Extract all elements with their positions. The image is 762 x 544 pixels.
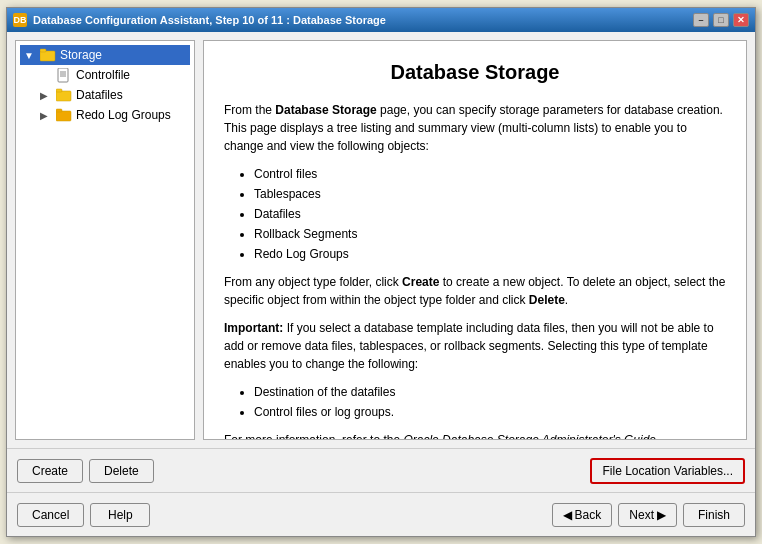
file-location-area: File Location Variables... <box>154 458 745 484</box>
folder-icon-datafiles <box>56 87 72 103</box>
svg-rect-9 <box>56 109 62 112</box>
finish-button[interactable]: Finish <box>683 503 745 527</box>
list-item-5: Redo Log Groups <box>254 245 726 263</box>
tree-item-datafiles-label: Datafiles <box>76 88 123 102</box>
delete-button[interactable]: Delete <box>89 459 154 483</box>
tree-item-redolog[interactable]: ▶ Redo Log Groups <box>20 105 190 125</box>
svg-rect-1 <box>40 49 46 52</box>
para1-bold: Database Storage <box>275 103 376 117</box>
restore-button[interactable]: □ <box>713 13 729 27</box>
close-button[interactable]: ✕ <box>733 13 749 27</box>
title-controls: – □ ✕ <box>693 13 749 27</box>
para2-suffix: . <box>565 293 568 307</box>
tree-item-datafiles[interactable]: ▶ Datafiles <box>20 85 190 105</box>
footer-bar: Cancel Help ◀ Back Next ▶ Finish <box>7 492 755 536</box>
doc-icon <box>56 67 72 83</box>
para3-suffix: If you select a database template includ… <box>224 321 714 371</box>
list2-item-2: Control files or log groups. <box>254 403 726 421</box>
tree-item-controlfile-label: Controlfile <box>76 68 130 82</box>
title-bar: DB Database Configuration Assistant, Ste… <box>7 8 755 32</box>
para1-prefix: From the <box>224 103 275 117</box>
para2-bold2: Delete <box>529 293 565 307</box>
cancel-button[interactable]: Cancel <box>17 503 84 527</box>
paragraph-1: From the Database Storage page, you can … <box>224 101 726 155</box>
expand-icon-datafiles: ▶ <box>40 90 54 101</box>
paragraph-2: From any object type folder, click Creat… <box>224 273 726 309</box>
para3-bold: Important: <box>224 321 283 335</box>
content-panel: Database Storage From the Database Stora… <box>203 40 747 440</box>
back-button[interactable]: ◀ Back <box>552 503 613 527</box>
back-label: Back <box>575 508 602 522</box>
svg-rect-8 <box>56 111 71 121</box>
tree-panel: ▼ Storage ▶ <box>15 40 195 440</box>
help-button[interactable]: Help <box>90 503 150 527</box>
minimize-button[interactable]: – <box>693 13 709 27</box>
list2-item-1: Destination of the datafiles <box>254 383 726 401</box>
file-location-button[interactable]: File Location Variables... <box>590 458 745 484</box>
back-arrow-icon: ◀ <box>563 508 572 522</box>
list-item-4: Rollback Segments <box>254 225 726 243</box>
action-bar: Create Delete File Location Variables... <box>7 448 755 492</box>
tree-item-storage-label: Storage <box>60 48 102 62</box>
svg-rect-2 <box>58 68 68 82</box>
expand-icon-storage: ▼ <box>24 50 38 61</box>
create-button[interactable]: Create <box>17 459 83 483</box>
para4-suffix: . <box>656 433 659 440</box>
tree-item-redolog-label: Redo Log Groups <box>76 108 171 122</box>
para4-prefix: For more information, refer to the <box>224 433 403 440</box>
list-1: Control files Tablespaces Datafiles Roll… <box>254 165 726 263</box>
para4-italic: Oracle Database Storage Administrator's … <box>403 433 656 440</box>
svg-rect-7 <box>56 89 62 92</box>
nav-buttons: ◀ Back Next ▶ Finish <box>552 503 745 527</box>
next-button[interactable]: Next ▶ <box>618 503 677 527</box>
action-buttons: Create Delete <box>17 459 154 483</box>
para2-prefix: From any object type folder, click <box>224 275 402 289</box>
page-title: Database Storage <box>224 57 726 87</box>
main-window: DB Database Configuration Assistant, Ste… <box>6 7 756 537</box>
folder-open-icon <box>40 47 56 63</box>
window-icon: DB <box>13 13 27 27</box>
tree-item-storage[interactable]: ▼ Storage <box>20 45 190 65</box>
folder-icon-redolog <box>56 107 72 123</box>
next-label: Next <box>629 508 654 522</box>
list-item-3: Datafiles <box>254 205 726 223</box>
list-2: Destination of the datafiles Control fil… <box>254 383 726 421</box>
next-arrow-icon: ▶ <box>657 508 666 522</box>
paragraph-3: Important: If you select a database temp… <box>224 319 726 373</box>
window-title: Database Configuration Assistant, Step 1… <box>33 14 693 26</box>
expand-icon-redolog: ▶ <box>40 110 54 121</box>
para2-bold1: Create <box>402 275 439 289</box>
list-item-2: Tablespaces <box>254 185 726 203</box>
paragraph-4: For more information, refer to the Oracl… <box>224 431 726 440</box>
main-content: ▼ Storage ▶ <box>7 32 755 448</box>
tree-item-controlfile[interactable]: ▶ Controlfile <box>20 65 190 85</box>
svg-rect-6 <box>56 91 71 101</box>
svg-rect-0 <box>40 51 55 61</box>
list-item-1: Control files <box>254 165 726 183</box>
